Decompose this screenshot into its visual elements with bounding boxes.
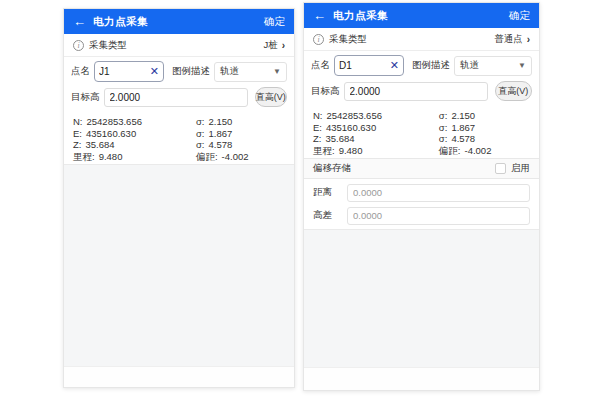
coord-label: E: [313,122,322,134]
coords-block: N:2542853.656 σ:2.150 E:435160.630 σ:1.8… [304,108,539,156]
coord-value: 35.684 [85,139,114,151]
sigma-value: 1.867 [451,122,475,134]
offset-storage-title: 偏移存储 [313,162,495,175]
sigma-value: 1.867 [208,128,232,140]
caret-down-icon: ▼ [273,67,281,76]
coord-label: E: [73,128,82,140]
chevron-right-icon: › [282,40,285,51]
empty-area [64,164,294,367]
coord-row-mileage: 里程:9.480 偏距:-4.002 [313,145,530,157]
point-name-box: ✕ [94,61,164,82]
screen-left: ← 电力点采集 确定 i 采集类型 J桩 › 点名 ✕ 图例描述 轨道 ▼ [63,8,295,388]
info-icon: i [73,40,84,51]
coord-value: 435160.630 [326,122,376,134]
target-height-label: 目标高 [71,91,100,104]
collect-type-value: J桩 [263,39,277,52]
mileage-label: 里程: [73,151,95,163]
screen-right: ← 电力点采集 确定 i 采集类型 普通点 › 点名 ✕ 图例描述 轨道 ▼ [303,2,540,391]
point-name-box: ✕ [334,55,404,76]
sigma-label: σ: [196,116,205,128]
page-title: 电力点采集 [93,15,264,29]
legend-label: 图例描述 [172,65,210,78]
point-name-label: 点名 [311,59,330,72]
point-name-input[interactable] [99,66,150,77]
clear-icon[interactable]: ✕ [390,60,399,71]
clear-icon[interactable]: ✕ [150,66,159,77]
coord-row-n: N:2542853.656 σ:2.150 [313,110,530,122]
direct-height-button[interactable]: 直高(V) [255,87,288,107]
coord-row-mileage: 里程:9.480 偏距:-4.002 [73,151,285,163]
coord-value: 35.684 [325,133,354,145]
offset-dist-value: -4.002 [465,145,492,157]
sigma-value: 2.150 [208,116,232,128]
coord-row-z: Z:35.684 σ:4.578 [73,139,285,151]
back-arrow-icon[interactable]: ← [313,9,326,22]
distance-row: 距离 [304,181,539,204]
direct-height-button[interactable]: 直高(V) [495,81,533,101]
bottom-area [304,368,539,390]
mileage-label: 里程: [313,145,335,157]
sigma-value: 2.150 [451,110,475,122]
chevron-right-icon: › [527,34,530,45]
collect-type-row[interactable]: i 采集类型 J桩 › [64,34,294,57]
offset-storage-header: 偏移存储 启用 [304,158,539,179]
back-arrow-icon[interactable]: ← [73,15,86,28]
sigma-label: σ: [439,110,448,122]
target-height-input[interactable] [104,88,248,107]
point-name-input[interactable] [339,60,390,71]
coord-value: 2542853.656 [87,116,142,128]
collect-type-row[interactable]: i 采集类型 普通点 › [304,28,539,51]
form-area: 点名 ✕ 图例描述 轨道 ▼ 目标高 直高(V) [304,51,539,108]
enable-label: 启用 [511,162,530,175]
legend-label: 图例描述 [412,59,450,72]
coord-value: 435160.630 [86,128,136,140]
coord-row-n: N:2542853.656 σ:2.150 [73,116,285,128]
confirm-button[interactable]: 确定 [509,9,530,23]
sigma-value: 4.578 [208,139,232,151]
offset-dist-label: 偏距: [439,145,461,157]
collect-type-label: 采集类型 [329,33,494,46]
height-diff-label: 高差 [313,209,347,222]
sigma-value: 4.578 [451,133,475,145]
point-name-label: 点名 [71,65,90,78]
enable-checkbox[interactable] [495,163,506,174]
coord-label: Z: [73,139,81,151]
app-bar: ← 电力点采集 确定 [64,9,294,34]
sigma-label: σ: [439,122,448,134]
collect-type-value: 普通点 [494,33,523,46]
bottom-area [64,367,294,387]
info-icon: i [313,34,324,45]
mileage-value: 9.480 [99,151,123,163]
mileage-value: 9.480 [339,145,363,157]
target-height-input[interactable] [344,82,488,101]
legend-value: 轨道 [220,65,239,78]
coord-value: 2542853.656 [327,110,382,122]
coord-label: Z: [313,133,321,145]
offset-dist-value: -4.002 [222,151,249,163]
sigma-label: σ: [196,139,205,151]
coord-row-e: E:435160.630 σ:1.867 [73,128,285,140]
legend-select[interactable]: 轨道 ▼ [214,62,287,82]
coords-block: N:2542853.656 σ:2.150 E:435160.630 σ:1.8… [64,114,294,162]
caret-down-icon: ▼ [518,61,526,70]
target-height-label: 目标高 [311,85,340,98]
app-bar: ← 电力点采集 确定 [304,3,539,28]
form-area: 点名 ✕ 图例描述 轨道 ▼ 目标高 直高(V) [64,57,294,114]
height-diff-row: 高差 [304,204,539,227]
offset-dist-label: 偏距: [196,151,218,163]
legend-value: 轨道 [460,59,479,72]
sigma-label: σ: [196,128,205,140]
height-diff-input[interactable] [347,207,530,225]
stage: ← 电力点采集 确定 i 采集类型 J桩 › 点名 ✕ 图例描述 轨道 ▼ [0,0,600,400]
distance-label: 距离 [313,186,347,199]
sigma-label: σ: [439,133,448,145]
coord-label: N: [73,116,83,128]
legend-select[interactable]: 轨道 ▼ [454,56,532,76]
coord-row-z: Z:35.684 σ:4.578 [313,133,530,145]
page-title: 电力点采集 [333,9,509,23]
coord-label: N: [313,110,323,122]
confirm-button[interactable]: 确定 [264,15,285,29]
coord-row-e: E:435160.630 σ:1.867 [313,122,530,134]
collect-type-label: 采集类型 [89,39,263,52]
distance-input[interactable] [347,184,530,202]
